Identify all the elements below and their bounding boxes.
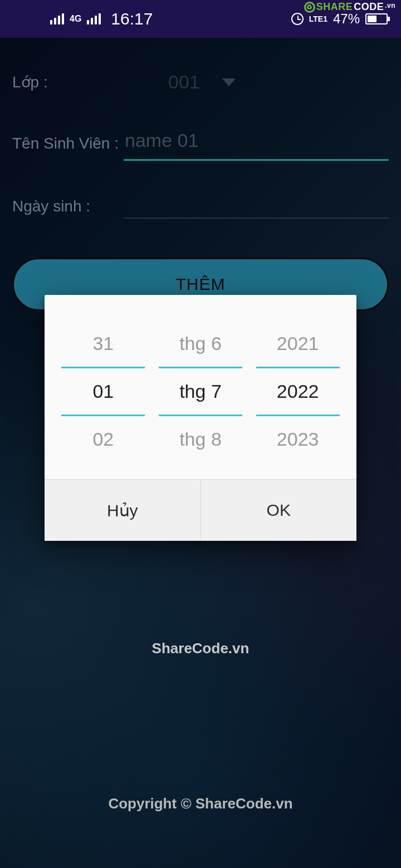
cancel-button[interactable]: Hủy [45, 480, 200, 541]
year-next[interactable]: 2023 [256, 416, 340, 462]
year-selected[interactable]: 2022 [256, 367, 340, 416]
day-prev[interactable]: 31 [61, 320, 145, 367]
day-picker[interactable]: 31 01 02 [61, 320, 145, 462]
month-picker[interactable]: thg 6 thg 7 thg 8 [159, 320, 242, 462]
ok-button[interactable]: OK [200, 480, 357, 541]
year-prev[interactable]: 2021 [256, 320, 340, 367]
day-selected[interactable]: 01 [61, 367, 145, 416]
dialog-backdrop[interactable]: 31 01 02 thg 6 thg 7 thg 8 2021 2022 202… [0, 0, 401, 868]
day-next[interactable]: 02 [61, 416, 145, 462]
month-prev[interactable]: thg 6 [159, 320, 242, 367]
month-next[interactable]: thg 8 [159, 416, 242, 462]
dialog-actions: Hủy OK [45, 480, 356, 541]
date-picker-dialog: 31 01 02 thg 6 thg 7 thg 8 2021 2022 202… [45, 295, 356, 541]
month-selected[interactable]: thg 7 [159, 367, 242, 416]
date-picker-wheels: 31 01 02 thg 6 thg 7 thg 8 2021 2022 202… [45, 304, 356, 480]
year-picker[interactable]: 2021 2022 2023 [256, 320, 340, 462]
